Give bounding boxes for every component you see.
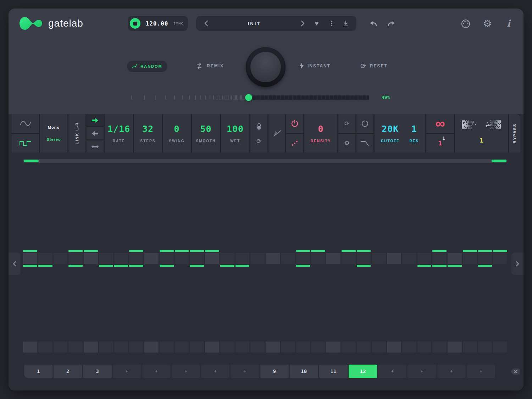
step-cell[interactable] — [38, 253, 52, 264]
variation-cell[interactable]: 1 — [455, 114, 508, 153]
remix-button[interactable]: REMIX — [195, 62, 224, 70]
step-cell[interactable] — [220, 253, 234, 264]
step-cell[interactable] — [23, 253, 37, 264]
gate-bar[interactable] — [478, 250, 492, 252]
infinite-loop-button[interactable]: ∞ — [426, 114, 454, 133]
step-cell[interactable] — [235, 253, 250, 264]
pattern-tab-add[interactable]: + — [437, 365, 466, 378]
stop-button[interactable] — [130, 18, 140, 29]
pattern-tab-add[interactable]: + — [172, 365, 200, 378]
step-cell[interactable] — [432, 253, 447, 264]
step-cell[interactable] — [402, 253, 416, 264]
gate-bar[interactable] — [311, 250, 325, 252]
step-cell[interactable] — [175, 342, 189, 353]
step-cell[interactable] — [175, 253, 189, 264]
gate-bar[interactable] — [357, 250, 371, 252]
density-cell[interactable]: 0 DENSITY — [304, 114, 337, 153]
gate-bar[interactable] — [175, 250, 189, 252]
preset-name[interactable]: INIT — [212, 21, 296, 26]
gate-bar[interactable] — [296, 250, 310, 252]
gate-bar[interactable] — [190, 265, 204, 267]
gate-knob[interactable] — [246, 47, 286, 87]
step-cell[interactable] — [160, 253, 174, 264]
settings-gear-icon[interactable]: ⚙ — [482, 18, 493, 29]
step-cell[interactable] — [372, 342, 386, 353]
step-cell[interactable] — [266, 253, 280, 264]
loop-end-marker[interactable] — [492, 160, 506, 162]
step-cell[interactable] — [342, 342, 356, 353]
rate-cell[interactable]: 1/16 RATE — [105, 114, 133, 153]
step-cell[interactable] — [250, 253, 265, 264]
density-settings-button[interactable]: ⚙ — [338, 134, 355, 153]
stereo-button[interactable]: Stereo — [46, 137, 61, 142]
note-off-cell[interactable]: ♪ — [268, 114, 285, 153]
step-cell[interactable] — [190, 253, 204, 264]
loop-count-button[interactable]: 1 1 — [426, 134, 454, 153]
preset-prev-button[interactable] — [200, 20, 212, 27]
step-cell[interactable] — [478, 342, 492, 353]
mono-button[interactable]: Mono — [48, 125, 60, 129]
step-cell[interactable] — [417, 342, 432, 353]
pattern-tab-add[interactable]: + — [408, 365, 436, 378]
preset-menu-button[interactable]: ⋮ — [325, 20, 339, 27]
step-cell[interactable] — [296, 342, 310, 353]
gate-bar[interactable] — [432, 250, 447, 252]
step-cell[interactable] — [326, 253, 340, 264]
pattern-tab-9[interactable]: 9 — [260, 365, 289, 378]
reset-button[interactable]: ⟳ RESET — [360, 62, 388, 70]
step-cell[interactable] — [114, 342, 128, 353]
link-lr-cell[interactable]: LINK L-R — [68, 114, 85, 153]
pattern-tab-add[interactable]: + — [142, 365, 171, 378]
gate-bar[interactable] — [99, 265, 113, 267]
slider-handle[interactable] — [245, 94, 252, 101]
direction-forward-button[interactable] — [87, 114, 104, 126]
swing-cell[interactable]: 0 SWING — [163, 114, 191, 153]
wet-cell[interactable]: 100 WET — [221, 114, 249, 153]
step-cell[interactable] — [311, 342, 325, 353]
direction-pingpong-button[interactable] — [87, 140, 104, 153]
direction-backward-button[interactable] — [87, 127, 104, 139]
step-cell[interactable] — [463, 342, 477, 353]
step-cell[interactable] — [493, 342, 507, 353]
pattern-tab-add[interactable]: + — [201, 365, 229, 378]
step-cell[interactable] — [387, 253, 401, 264]
bpm-display[interactable]: 120.00 — [140, 20, 173, 27]
instant-button[interactable]: INSTANT — [299, 62, 331, 70]
favorite-heart-button[interactable]: ♥ — [309, 20, 325, 27]
gate-bar[interactable] — [129, 265, 143, 267]
step-cell[interactable] — [357, 342, 371, 353]
preset-next-button[interactable] — [296, 20, 309, 27]
random-button[interactable]: RANDOM — [127, 61, 167, 72]
step-cell[interactable] — [281, 342, 295, 353]
res-value[interactable]: 1 — [411, 124, 417, 134]
gate-bar[interactable] — [417, 265, 432, 267]
step-cell[interactable] — [266, 342, 280, 353]
delete-pattern-button[interactable] — [510, 368, 520, 375]
step-cell[interactable] — [129, 342, 143, 353]
gate-bar[interactable] — [342, 250, 356, 252]
step-cell[interactable] — [235, 342, 250, 353]
pattern-tab-add[interactable]: + — [467, 365, 495, 378]
gate-bar[interactable] — [129, 250, 143, 252]
pattern-tab-12[interactable]: 12 — [349, 365, 377, 378]
step-cell[interactable] — [311, 253, 325, 264]
step-cell[interactable] — [463, 253, 477, 264]
gate-bar[interactable] — [160, 265, 174, 267]
step-cell[interactable] — [478, 253, 492, 264]
smooth-cell[interactable]: 50 SMOOTH — [192, 114, 220, 153]
bypass-cell[interactable]: BYPASS — [509, 114, 520, 153]
filter-curve-button[interactable] — [356, 134, 373, 153]
square-wave-button[interactable] — [12, 134, 39, 153]
step-cell[interactable] — [205, 342, 219, 353]
step-cell[interactable] — [68, 342, 83, 353]
step-cell[interactable] — [493, 253, 507, 264]
step-cell[interactable] — [417, 253, 432, 264]
step-cell[interactable] — [38, 342, 52, 353]
midi-settings-icon[interactable] — [460, 18, 471, 29]
gate-bar[interactable] — [432, 265, 447, 267]
step-cell[interactable] — [402, 342, 416, 353]
gate-bar[interactable] — [493, 250, 507, 252]
step-cell[interactable] — [84, 253, 98, 264]
gate-bar[interactable] — [296, 265, 310, 267]
redo-button[interactable] — [385, 19, 397, 29]
